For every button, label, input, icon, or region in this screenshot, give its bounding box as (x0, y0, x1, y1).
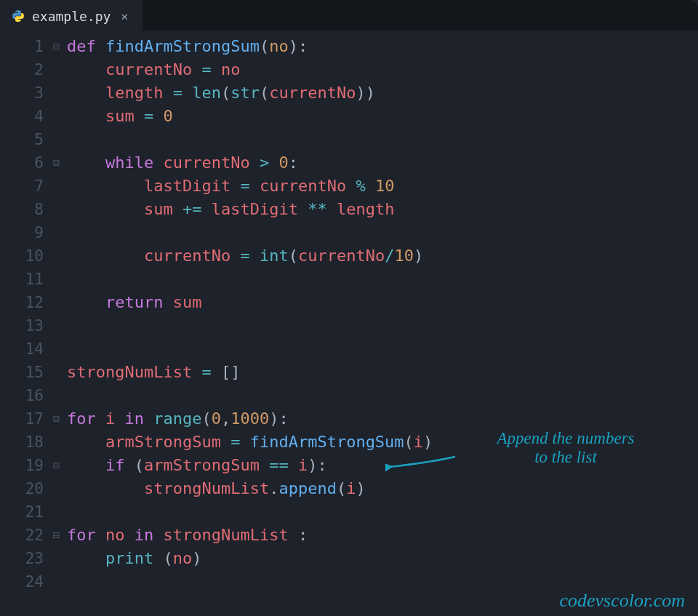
code-line: lastDigit = currentNo % 10 (64, 175, 698, 198)
fold-toggle[interactable]: ⊟ (48, 454, 64, 477)
code-content[interactable]: def findArmStrongSum(no): currentNo = no… (64, 35, 698, 616)
code-line: return sum (64, 291, 698, 314)
code-line (64, 384, 698, 407)
code-line: sum += lastDigit ** length (64, 198, 698, 221)
code-line (64, 268, 698, 291)
code-line (64, 221, 698, 244)
editor-window: example.py ✕ 1234 5678 9101112 13141516 … (0, 0, 698, 616)
fold-toggle[interactable]: ⊟ (48, 524, 64, 547)
tab-example-py[interactable]: example.py ✕ (0, 0, 143, 31)
code-line (64, 500, 698, 524)
fold-toggle[interactable]: ⊟ (48, 35, 64, 58)
annotation-text: Append the numbers to the list (457, 429, 675, 468)
code-line: def findArmStrongSum(no): (64, 35, 698, 58)
tab-bar: example.py ✕ (0, 0, 698, 31)
code-line: for i in range(0,1000): (64, 407, 698, 431)
annotation-arrow-icon (385, 452, 458, 473)
code-line: strongNumList = [] (64, 361, 698, 384)
fold-gutter: ⊟ ⊟ ⊟ ⊟ ⊟ (48, 35, 64, 616)
close-icon[interactable]: ✕ (118, 8, 131, 25)
code-line: sum = 0 (64, 105, 698, 128)
editor-area[interactable]: 1234 5678 9101112 13141516 17181920 2122… (0, 31, 698, 616)
code-line (64, 128, 698, 151)
code-line: strongNumList.append(i) (64, 477, 698, 500)
code-line (64, 337, 698, 361)
code-line: while currentNo > 0: (64, 151, 698, 175)
watermark-text: codevscolor.com (559, 590, 685, 612)
code-line: length = len(str(currentNo)) (64, 81, 698, 105)
fold-toggle[interactable]: ⊟ (48, 407, 64, 431)
fold-toggle[interactable]: ⊟ (48, 151, 64, 175)
code-line: print (no) (64, 547, 698, 570)
tab-filename: example.py (32, 9, 111, 24)
python-file-icon (12, 9, 25, 23)
code-line: currentNo = no (64, 58, 698, 81)
code-line: for no in strongNumList : (64, 524, 698, 547)
code-line (64, 314, 698, 337)
line-number-gutter: 1234 5678 9101112 13141516 17181920 2122… (0, 35, 48, 616)
code-line: currentNo = int(currentNo/10) (64, 244, 698, 268)
